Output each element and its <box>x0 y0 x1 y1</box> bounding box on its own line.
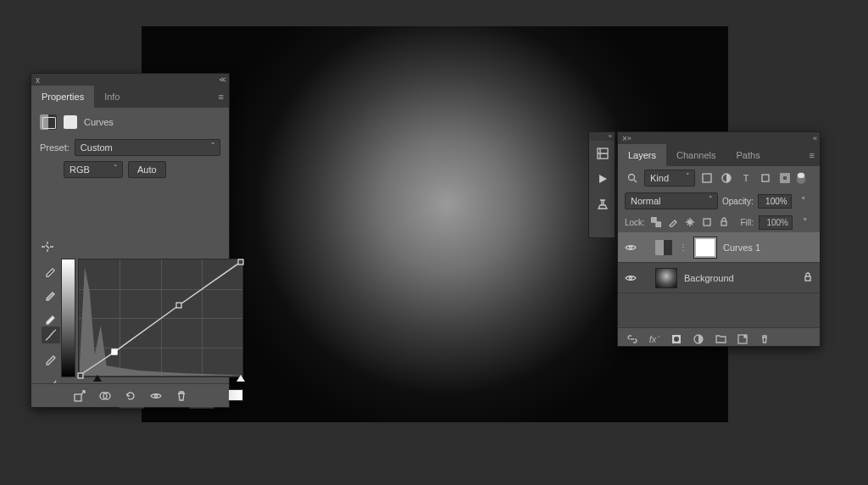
tab-properties[interactable]: Properties <box>31 86 94 108</box>
tab-info[interactable]: Info <box>94 86 130 108</box>
chevron-down-icon[interactable]: ˅ <box>796 193 811 209</box>
view-previous-icon[interactable] <box>98 389 112 403</box>
blend-mode-row: Normal Opacity: 100% ˅ <box>618 190 820 212</box>
layer-list-empty <box>618 293 820 327</box>
chevron-down-icon[interactable]: ˅ <box>798 215 813 230</box>
blend-mode-select[interactable]: Normal <box>625 192 718 209</box>
opacity-label: Opacity: <box>722 197 754 206</box>
curve-tool-icon[interactable] <box>42 326 60 343</box>
collapse-icon[interactable]: << <box>219 75 225 84</box>
search-icon[interactable] <box>625 170 640 186</box>
panel-menu-icon[interactable]: ≡ <box>804 144 820 166</box>
add-mask-icon[interactable] <box>670 333 682 345</box>
actions-play-icon[interactable] <box>589 166 616 192</box>
fx-icon[interactable]: fx˅ <box>648 333 660 345</box>
fill-label: Fill: <box>740 218 754 227</box>
tab-layers[interactable]: Layers <box>618 144 666 166</box>
dock-header[interactable]: » <box>589 132 615 141</box>
properties-panel: x << Properties Info ≡ Curves Preset: Cu… <box>31 73 230 408</box>
auto-button[interactable]: Auto <box>128 161 166 178</box>
mask-icon <box>64 115 77 129</box>
new-adjustment-icon[interactable] <box>693 333 704 345</box>
histogram[interactable] <box>78 259 243 377</box>
type-filter-icon[interactable]: T <box>738 170 754 186</box>
layer-name[interactable]: Background <box>684 273 734 283</box>
layer-name[interactable]: Curves 1 <box>723 242 760 253</box>
filter-kind-select[interactable]: Kind <box>644 170 695 187</box>
tab-channels[interactable]: Channels <box>666 144 726 166</box>
preset-select[interactable]: Custom <box>75 139 220 156</box>
clone-stamp-icon[interactable] <box>589 192 616 217</box>
tab-paths[interactable]: Paths <box>726 144 771 166</box>
lock-icon[interactable] <box>803 272 813 284</box>
toggle-visibility-icon[interactable] <box>149 389 163 403</box>
curve-point-mid[interactable] <box>175 302 181 308</box>
adjustment-title: Curves <box>84 117 114 127</box>
trash-icon[interactable] <box>175 389 188 403</box>
properties-tabs: Properties Info ≡ <box>31 86 229 108</box>
svg-rect-6 <box>703 174 711 182</box>
svg-rect-11 <box>651 217 656 222</box>
mask-link-icon[interactable]: ⋮ <box>679 242 687 254</box>
lock-all-icon[interactable] <box>718 216 730 228</box>
channel-select[interactable]: RGB <box>64 161 123 178</box>
layer-filter-row: Kind T <box>618 166 820 190</box>
svg-point-5 <box>629 175 635 181</box>
adjustment-header: Curves <box>31 108 229 137</box>
curve-point-highlight[interactable] <box>238 259 244 265</box>
pencil-icon[interactable] <box>42 350 60 367</box>
layer-mask-thumbnail[interactable] <box>694 237 716 258</box>
eyedropper-column <box>42 262 60 326</box>
panel-header: x << <box>31 74 229 86</box>
clip-to-layer-icon[interactable] <box>73 389 86 403</box>
layer-curves-1[interactable]: ⋮ Curves 1 <box>618 232 820 263</box>
adjustment-filter-icon[interactable] <box>719 170 734 186</box>
properties-footer <box>31 383 229 407</box>
layers-tabs: Layers Channels Paths ≡ <box>618 144 820 166</box>
layers-panel: × » « Layers Channels Paths ≡ Kind T Nor… <box>617 131 821 347</box>
layer-thumbnail[interactable] <box>655 268 677 288</box>
lock-transparency-icon[interactable] <box>650 216 662 228</box>
visibility-icon[interactable] <box>625 272 637 284</box>
eyedropper-gray-icon[interactable] <box>42 286 60 303</box>
lock-row: Lock: Fill: 100% ˅ <box>618 212 820 232</box>
eyedropper-black-icon[interactable] <box>42 262 60 279</box>
svg-point-19 <box>674 337 679 342</box>
visibility-icon[interactable] <box>625 242 637 254</box>
pixel-filter-icon[interactable] <box>699 170 715 186</box>
opacity-value[interactable]: 100% <box>758 194 792 209</box>
curve-point-selected[interactable] <box>112 349 118 355</box>
link-layers-icon[interactable] <box>626 333 638 345</box>
new-group-icon[interactable] <box>715 333 726 345</box>
curves-graph[interactable] <box>61 259 243 386</box>
history-icon[interactable] <box>589 141 616 166</box>
eyedropper-white-icon[interactable] <box>42 309 60 326</box>
finger-target-icon[interactable] <box>40 240 55 255</box>
collapse-icon[interactable]: » <box>627 134 630 142</box>
fill-value[interactable]: 100% <box>759 215 793 230</box>
new-layer-icon[interactable] <box>737 333 748 345</box>
smart-filter-icon[interactable] <box>777 170 793 186</box>
svg-rect-13 <box>704 219 710 226</box>
lock-label: Lock: <box>625 218 645 227</box>
lock-artboard-icon[interactable] <box>701 216 713 228</box>
curves-adjustment-icon <box>655 240 672 255</box>
lock-position-icon[interactable] <box>684 216 696 228</box>
layer-background[interactable]: Background <box>618 263 820 293</box>
curve-point-shadow[interactable] <box>77 372 83 378</box>
svg-rect-8 <box>762 175 769 181</box>
white-point-slider[interactable] <box>236 375 245 382</box>
layer-list: ⋮ Curves 1 Background <box>618 232 820 327</box>
shape-filter-icon[interactable] <box>758 170 773 186</box>
filter-toggle[interactable] <box>797 172 805 184</box>
collapsed-dock: » <box>588 131 615 238</box>
close-icon[interactable]: x <box>36 75 40 85</box>
lock-pixels-icon[interactable] <box>667 216 679 228</box>
output-gradient <box>61 259 75 377</box>
collapse-right-icon[interactable]: « <box>813 134 815 142</box>
black-point-slider[interactable] <box>93 375 102 382</box>
panel-menu-icon[interactable]: ≡ <box>214 86 229 108</box>
svg-rect-12 <box>656 222 661 227</box>
trash-icon[interactable] <box>759 333 771 345</box>
reset-icon[interactable] <box>124 389 137 403</box>
